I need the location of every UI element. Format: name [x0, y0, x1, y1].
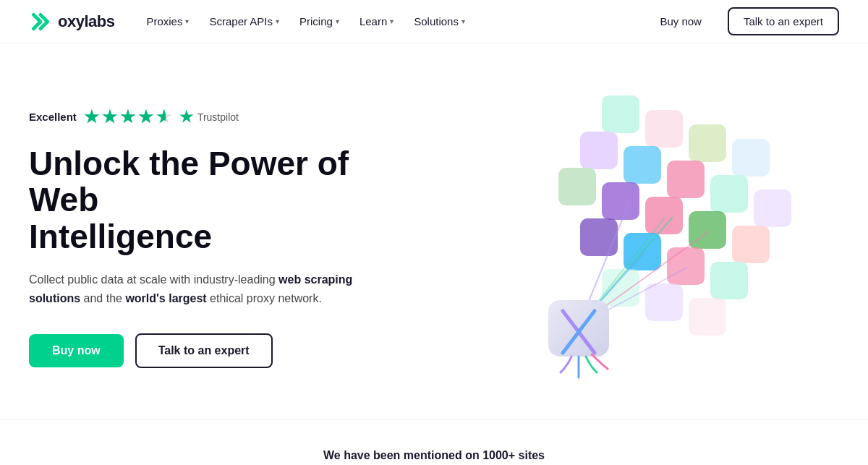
- nav-learn[interactable]: Learn ▾: [351, 9, 402, 33]
- svg-rect-20: [645, 197, 683, 234]
- bold-worlds-largest: world's largest: [125, 292, 206, 304]
- svg-rect-10: [624, 146, 661, 184]
- svg-rect-43: [548, 300, 609, 357]
- svg-rect-34: [602, 269, 639, 307]
- svg-rect-24: [732, 226, 770, 263]
- star-1: [84, 109, 100, 125]
- star-3: [120, 109, 136, 125]
- trustpilot-label: Excellent: [29, 111, 77, 123]
- chevron-down-icon: ▾: [336, 17, 339, 25]
- hero-illustration: ☁️ 🔒 🌐 📊 🔍: [376, 87, 839, 391]
- trustpilot-logo: Trustpilot: [179, 110, 239, 124]
- hero-title: Unlock the Power of Web Intelligence: [29, 145, 376, 255]
- svg-rect-6: [732, 139, 770, 176]
- star-4: [138, 109, 154, 125]
- trustpilot-icon: [179, 110, 194, 124]
- logo-icon: [29, 10, 52, 33]
- mentions-title: We have been mentioned on 1000+ sites: [29, 449, 839, 462]
- svg-rect-12: [667, 161, 705, 198]
- hero-buy-now-button[interactable]: Buy now: [29, 334, 124, 367]
- chevron-down-icon: ▾: [185, 17, 189, 25]
- svg-rect-8: [580, 132, 618, 169]
- nav-links: Proxies ▾ Scraper APIs ▾ Pricing ▾ Learn…: [137, 9, 474, 33]
- star-half: [156, 109, 172, 125]
- svg-rect-35: [645, 283, 683, 321]
- nav-talk-expert-button[interactable]: Talk to an expert: [728, 7, 839, 35]
- svg-rect-14: [710, 175, 748, 213]
- svg-rect-16: [754, 189, 791, 227]
- hero-left: Excellent Trustpilot Unlock the Power of…: [29, 109, 376, 369]
- nav-right: Buy now Talk to an expert: [645, 7, 839, 35]
- trustpilot-stars: [84, 109, 172, 125]
- svg-rect-2: [645, 110, 683, 148]
- hero-description: Collect public data at scale with indust…: [29, 270, 376, 307]
- svg-rect-17: [558, 168, 596, 205]
- nav-solutions[interactable]: Solutions ▾: [405, 9, 474, 33]
- nav-left: oxylabs Proxies ▾ Scraper APIs ▾ Pricing…: [29, 9, 474, 33]
- nav-pricing[interactable]: Pricing ▾: [291, 9, 348, 33]
- navbar: oxylabs Proxies ▾ Scraper APIs ▾ Pricing…: [0, 0, 868, 43]
- chevron-down-icon: ▾: [276, 17, 279, 25]
- star-2: [102, 109, 118, 125]
- svg-rect-4: [689, 124, 726, 162]
- hero-talk-expert-button[interactable]: Talk to an expert: [135, 333, 273, 368]
- chevron-down-icon: ▾: [461, 17, 465, 25]
- mentions-section: We have been mentioned on 1000+ sites B …: [0, 419, 868, 465]
- svg-rect-0: [602, 95, 639, 133]
- svg-rect-26: [580, 218, 618, 256]
- chevron-down-icon: ▾: [390, 17, 393, 25]
- svg-rect-36: [689, 298, 726, 336]
- iso-svg: ☁️ 🔒 🌐 📊 🔍: [434, 94, 796, 383]
- svg-rect-22: [689, 211, 726, 249]
- svg-rect-18: [602, 182, 639, 220]
- isometric-visual: ☁️ 🔒 🌐 📊 🔍: [434, 94, 781, 383]
- svg-rect-32: [710, 262, 748, 299]
- svg-rect-30: [667, 247, 705, 285]
- trustpilot-badge: Excellent Trustpilot: [29, 109, 376, 125]
- nav-scraper-apis[interactable]: Scraper APIs ▾: [200, 9, 288, 33]
- nav-proxies[interactable]: Proxies ▾: [137, 9, 197, 33]
- nav-buy-now-button[interactable]: Buy now: [645, 9, 716, 33]
- trustpilot-name: Trustpilot: [197, 111, 239, 123]
- logo-link[interactable]: oxylabs: [29, 10, 114, 33]
- hero-buttons: Buy now Talk to an expert: [29, 333, 376, 368]
- hero-section: Excellent Trustpilot Unlock the Power of…: [0, 43, 868, 419]
- logo-text: oxylabs: [58, 12, 114, 31]
